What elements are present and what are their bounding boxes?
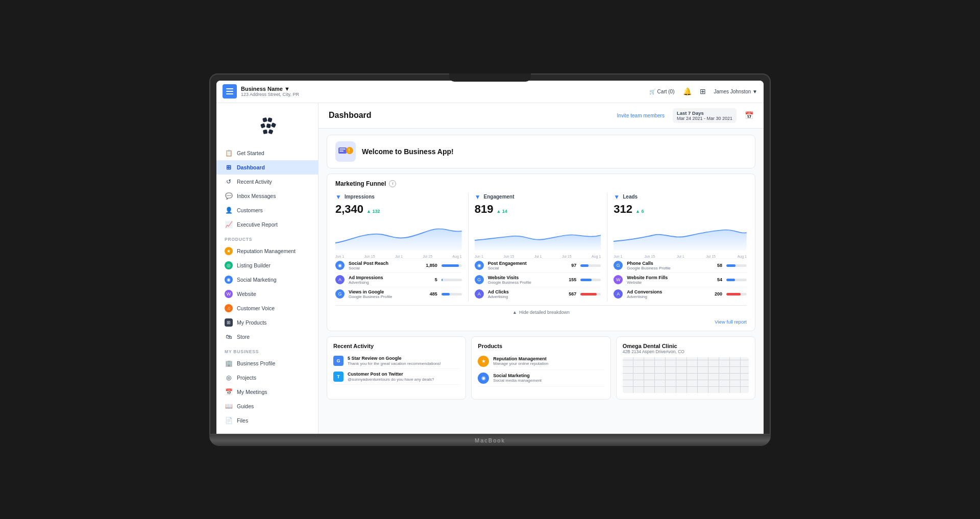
funnel-info-icon[interactable]: i (389, 180, 396, 187)
breakdown-row: G Phone Calls Google Business Profile 58 (614, 258, 747, 273)
sidebar-item-recent-activity[interactable]: ↺ Recent Activity (216, 175, 318, 189)
sidebar-label-meetings: My Meetings (237, 389, 267, 395)
sidebar-item-website[interactable]: W Website (216, 287, 318, 301)
svg-text:!: ! (348, 148, 350, 154)
form-fills-icon: W (614, 275, 623, 284)
sidebar-label-guides: Guides (237, 403, 254, 409)
sidebar-label-files: Files (237, 417, 248, 424)
inbox-icon: 💬 (225, 192, 233, 200)
user-menu-button[interactable]: James Johnston ▼ (714, 89, 758, 94)
engagement-label: Engagement (484, 194, 514, 200)
sidebar-item-executive-report[interactable]: 📈 Executive Report (216, 217, 318, 232)
google-review-icon: G (333, 356, 344, 366)
apps-grid-icon[interactable]: ⊞ (700, 87, 706, 95)
sidebar-label-dashboard: Dashboard (237, 164, 265, 170)
date-range-dates: Mar 24 2021 - Mar 30 2021 (677, 116, 732, 121)
user-label: James Johnston ▼ (714, 89, 758, 94)
impressions-header: ▼ Impressions (335, 193, 462, 201)
svg-rect-4 (271, 122, 276, 128)
svg-rect-0 (262, 117, 267, 122)
business-profile-icon: 🏢 (225, 359, 233, 367)
sidebar-label-customers: Customers (237, 207, 263, 213)
engagement-header: ▼ Engagement (475, 193, 601, 201)
sidebar-item-listing-builder[interactable]: ◎ Listing Builder (216, 258, 318, 273)
sidebar-item-guides[interactable]: 📖 Guides (216, 399, 318, 413)
store-icon: 🛍 (225, 333, 233, 341)
impressions-delta: ▲ 132 (366, 209, 380, 214)
voice-icon: ♫ (225, 304, 233, 312)
post-engagement-icon: ◉ (475, 261, 484, 270)
phone-calls-icon: G (614, 261, 623, 270)
cart-button[interactable]: 🛒 Cart (0) (649, 89, 675, 94)
notification-button[interactable]: 🔔 (683, 87, 692, 95)
sidebar-label-voice: Customer Voice (237, 305, 275, 311)
sidebar-item-social-marketing[interactable]: ◉ Social Marketing (216, 273, 318, 287)
engagement-filter-icon: ▼ (475, 193, 481, 201)
svg-rect-5 (263, 129, 267, 134)
menu-button[interactable] (223, 84, 237, 98)
breakdown-row: W Website Form Fills Website 54 (614, 273, 747, 287)
sidebar-item-files[interactable]: 📄 Files (216, 413, 318, 428)
get-started-icon: 📋 (225, 149, 233, 157)
sidebar-label-website: Website (237, 291, 256, 297)
listing-icon: ◎ (225, 261, 233, 269)
sidebar-item-inbox-messages[interactable]: 💬 Inbox Messages (216, 189, 318, 203)
hamburger-icon (226, 88, 233, 94)
sidebar-item-reputation-management[interactable]: ★ Reputation Management (216, 244, 318, 258)
sidebar-item-get-started[interactable]: 📋 Get Started (216, 146, 318, 160)
impressions-label: Impressions (345, 194, 375, 200)
sidebar-item-business-profile[interactable]: 🏢 Business Profile (216, 356, 318, 370)
main-content: Dashboard Invite team members Last 7 Day… (318, 103, 764, 434)
welcome-icon: ! (335, 141, 356, 162)
sidebar-item-dashboard[interactable]: ⊞ Dashboard (216, 160, 318, 175)
hide-breakdown-label: Hide detailed breakdown (519, 310, 570, 315)
view-full-report-link[interactable]: View full report (335, 317, 747, 325)
products-title: Products (478, 343, 604, 349)
sidebar-item-my-meetings[interactable]: 📅 My Meetings (216, 385, 318, 399)
breakdown-row: A Ad Clicks Advertising 567 (475, 287, 601, 301)
sidebar-item-customer-voice[interactable]: ♫ Customer Voice (216, 301, 318, 315)
activity-title: Customer Post on Twitter (348, 372, 434, 377)
leads-label: Leads (623, 194, 638, 200)
ad-conversions-icon: A (614, 289, 623, 299)
sidebar-item-projects[interactable]: ◎ Projects (216, 370, 318, 385)
leads-chart (614, 220, 747, 251)
svg-rect-1 (267, 117, 272, 122)
top-nav-left: Business Name ▼ 123 Address Street, City… (223, 84, 335, 98)
logo-area (216, 109, 318, 146)
invite-team-link[interactable]: Invite team members (617, 113, 665, 118)
funnel-columns: ▼ Impressions 2,340 ▲ 132 (335, 193, 747, 301)
cart-label: Cart (0) (657, 89, 675, 94)
engagement-value: 819 ▲ 14 (475, 203, 601, 216)
sidebar-item-store[interactable]: 🛍 Store (216, 330, 318, 344)
svg-rect-9 (339, 149, 346, 150)
top-nav-right: 🛒 Cart (0) 🔔 ⊞ James Johnston ▼ (649, 87, 757, 95)
welcome-banner: ! Welcome to Business App! (327, 135, 755, 168)
business-name[interactable]: Business Name ▼ (241, 86, 299, 92)
map-grid (623, 357, 749, 393)
dashboard-header: Dashboard Invite team members Last 7 Day… (318, 103, 764, 129)
sidebar-item-my-products[interactable]: ⊞ My Products (216, 315, 318, 330)
map-thumbnail (623, 357, 749, 393)
business-info: Business Name ▼ 123 Address Street, City… (241, 86, 299, 97)
sidebar-label-inbox: Inbox Messages (237, 193, 276, 199)
sidebar-label-projects: Projects (237, 375, 256, 381)
calendar-button[interactable]: 📅 (745, 111, 753, 119)
hide-breakdown-button[interactable]: ▲ Hide detailed breakdown (335, 305, 747, 317)
sidebar-label-get-started: Get Started (237, 150, 264, 156)
ad-clicks-icon: A (475, 289, 484, 299)
leads-delta: ▲ 6 (635, 209, 644, 214)
page-title: Dashboard (329, 111, 372, 120)
date-range-label: Last 7 Days (677, 110, 704, 116)
leads-column: ▼ Leads 312 ▲ 6 (614, 193, 747, 301)
engagement-chart (475, 220, 601, 251)
report-icon: 📈 (225, 220, 233, 229)
social-product-icon: ◉ (478, 373, 489, 384)
sidebar-item-customers[interactable]: 👤 Customers (216, 203, 318, 217)
products-card: Products ★ Reputation Management Manage … (471, 336, 610, 400)
dashboard-icon: ⊞ (225, 163, 233, 171)
sidebar: 📋 Get Started ⊞ Dashboard ↺ Recent Activ… (216, 103, 318, 434)
product-item: ★ Reputation Management Manage your onli… (478, 353, 604, 370)
sidebar-label-social: Social Marketing (237, 277, 277, 283)
funnel-title: Marketing Funnel (335, 180, 386, 187)
